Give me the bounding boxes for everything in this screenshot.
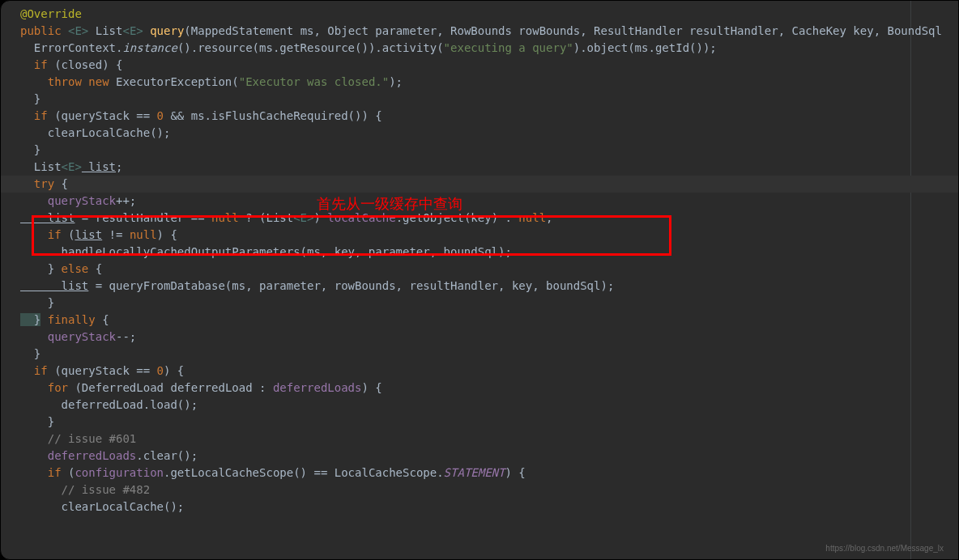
code-line: clearLocalCache(); [20, 498, 958, 515]
code-line: throw new ExecutorException("Executor wa… [20, 74, 958, 91]
code-line: if (queryStack == 0) { [20, 363, 958, 380]
code-content[interactable]: @Override public <E> List<E> query(Mappe… [1, 6, 958, 515]
code-line: } finally { [20, 312, 958, 329]
code-line: public <E> List<E> query(MappedStatement… [20, 23, 958, 40]
code-line: clearLocalCache(); [20, 125, 958, 142]
code-line: } else { [20, 261, 958, 278]
code-line: queryStack++; [20, 193, 958, 210]
code-line: ErrorContext.instance().resource(ms.getR… [20, 40, 958, 57]
annotation-label: 首先从一级缓存中查询 [317, 196, 462, 213]
code-line: deferredLoad.load(); [20, 397, 958, 414]
code-line: list = resultHandler == null ? (List<E>)… [20, 210, 958, 227]
code-line: for (DeferredLoad deferredLoad : deferre… [20, 380, 958, 397]
code-line: queryStack--; [20, 329, 958, 346]
code-line: } [20, 142, 958, 159]
code-line: if (closed) { [20, 57, 958, 74]
watermark: https://blog.csdn.net/Message_lx [825, 540, 944, 557]
code-line: list = queryFromDatabase(ms, parameter, … [20, 278, 958, 295]
code-line: // issue #601 [20, 431, 958, 448]
code-line: } [20, 414, 958, 431]
code-line: // issue #482 [20, 482, 958, 498]
code-line: handleLocallyCachedOutputParameters(ms, … [20, 244, 958, 261]
code-editor[interactable]: @Override public <E> List<E> query(Mappe… [0, 0, 959, 560]
code-line: deferredLoads.clear(); [20, 448, 958, 465]
annotation-override: @Override [20, 7, 82, 20]
code-line: List<E> list; [20, 159, 958, 176]
code-line-current: try { [1, 176, 958, 193]
code-line: } [20, 346, 958, 363]
code-line: if (queryStack == 0 && ms.isFlushCacheRe… [20, 108, 958, 125]
code-line: if (configuration.getLocalCacheScope() =… [20, 465, 958, 482]
code-line: if (list != null) { [20, 227, 958, 244]
code-line: } [20, 91, 958, 108]
code-line: } [20, 295, 958, 312]
code-line: @Override [20, 6, 958, 23]
